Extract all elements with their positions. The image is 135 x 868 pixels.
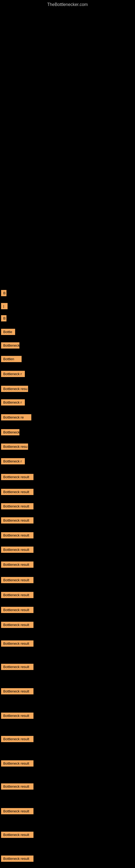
bottleneck-result-label: Bottleneck result: [1, 561, 34, 568]
bottleneck-result-label: Bottleneck r: [1, 371, 25, 377]
list-item[interactable]: Bottleneck result: [0, 517, 34, 525]
list-item[interactable]: B: [0, 314, 6, 323]
list-item[interactable]: Bottleneck result: [0, 488, 34, 497]
bottleneck-result-label: Bottleneck result: [1, 856, 34, 862]
list-item[interactable]: Bottleneck result: [0, 782, 34, 792]
list-item[interactable]: Bottleneck result: [0, 855, 34, 864]
bottleneck-result-label: Bottleneck result: [1, 547, 34, 553]
bottleneck-result-label: Bottle: [1, 329, 15, 335]
bottleneck-result-label: Bottleneck result: [1, 622, 34, 628]
bottleneck-result-label: Bottleneck result: [1, 736, 34, 742]
list-item[interactable]: Bottleneck re: [0, 413, 31, 422]
list-item[interactable]: Bottleneck r: [0, 370, 25, 379]
list-item[interactable]: Bottleneck result: [0, 576, 34, 585]
bottleneck-result-label: Bottleneck result: [1, 688, 34, 694]
list-item[interactable]: Bottleneck result: [0, 621, 34, 630]
bottleneck-result-label: Bottleneck result: [1, 489, 34, 495]
list-item[interactable]: Bottle: [0, 328, 15, 337]
list-item[interactable]: Bottleneck result: [0, 591, 34, 600]
bottleneck-result-label: Bottleneck result: [1, 641, 34, 647]
bottleneck-result-label: Bottleneck result: [1, 607, 34, 613]
list-item[interactable]: Bottleneck result: [0, 531, 34, 540]
bottleneck-result-label: Bottleneck: [1, 429, 19, 435]
bottleneck-result-label: Bottleneck result: [1, 783, 34, 789]
bottleneck-result-label: |: [1, 303, 8, 309]
list-item[interactable]: Bottleneck result: [0, 546, 34, 555]
list-item[interactable]: B: [0, 289, 6, 298]
list-item[interactable]: |: [0, 302, 8, 311]
list-item[interactable]: Bottleneck result: [0, 561, 34, 569]
bottleneck-result-label: Bottleneck result: [1, 577, 34, 583]
bottleneck-result-label: B: [1, 315, 6, 321]
list-item[interactable]: Bottleneck result: [0, 473, 34, 482]
list-item[interactable]: Bottleneck: [0, 341, 19, 350]
bottleneck-result-label: B: [1, 290, 6, 296]
list-item[interactable]: Bottleneck result: [0, 606, 34, 615]
list-item[interactable]: Bottleneck result: [0, 663, 34, 672]
list-item[interactable]: Bottleneck result: [0, 760, 34, 769]
list-item[interactable]: Bottleneck: [0, 428, 19, 437]
bottleneck-result-label: Bottleneck re: [1, 414, 31, 421]
list-item[interactable]: Bottleneck result: [0, 735, 34, 744]
bottleneck-result-label: Bottleneck result: [1, 808, 34, 814]
list-item[interactable]: Bottleneck resu: [0, 385, 28, 394]
site-header: TheBottlenecker.com: [0, 0, 135, 9]
bottleneck-result-label: Bottleneck result: [1, 532, 34, 538]
bottleneck-result-label: Bottleneck result: [1, 832, 34, 838]
site-title: TheBottlenecker.com: [0, 0, 135, 9]
list-item[interactable]: Bottleneck result: [0, 831, 34, 840]
bottleneck-result-label: Bottleneck resu: [1, 443, 28, 450]
bottleneck-result-label: Bottleneck result: [1, 760, 34, 767]
bottleneck-result-label: Bottleneck result: [1, 517, 34, 524]
list-item[interactable]: Bottleneck result: [0, 712, 34, 721]
bottleneck-result-label: Bottleneck result: [1, 592, 34, 598]
main-content: B|BBottleBottleneckBottlenBottleneck rBo…: [0, 9, 135, 868]
list-item[interactable]: Bottleneck result: [0, 807, 34, 816]
bottleneck-result-label: Bottleneck resu: [1, 386, 28, 392]
list-item[interactable]: Bottleneck result: [0, 687, 34, 696]
bottleneck-result-label: Bottleneck result: [1, 713, 34, 719]
list-item[interactable]: Bottleneck r: [0, 457, 25, 466]
bottleneck-result-label: Bottleneck r: [1, 399, 25, 405]
bottleneck-result-label: Bottleneck: [1, 342, 19, 348]
list-item[interactable]: Bottleneck result: [0, 502, 34, 511]
list-item[interactable]: Bottleneck result: [0, 640, 34, 649]
bottleneck-result-label: Bottleneck result: [1, 664, 34, 670]
bottleneck-result-label: Bottlen: [1, 356, 21, 362]
list-item[interactable]: Bottleneck r: [0, 399, 25, 407]
bottleneck-result-label: Bottleneck r: [1, 458, 25, 464]
bottleneck-result-label: Bottleneck result: [1, 503, 34, 509]
list-item[interactable]: Bottleneck resu: [0, 443, 28, 452]
bottleneck-result-label: Bottleneck result: [1, 474, 34, 480]
list-item[interactable]: Bottlen: [0, 355, 21, 364]
